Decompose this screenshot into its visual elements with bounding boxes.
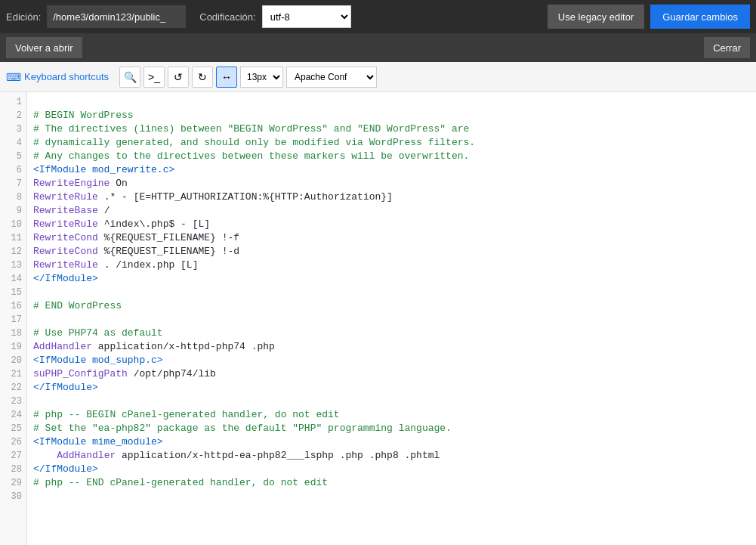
line-numbers: 1234567891011121314151617181920212223242… [0,92,27,545]
line-number: 3 [0,122,26,136]
path-input[interactable] [47,5,186,28]
code-line: <IfModule mime_module> [33,435,750,449]
code-line: RewriteEngine On [33,177,750,190]
language-select[interactable]: Apache Conf CSS HTML JavaScript PHP Pyth… [286,67,377,88]
line-number: 28 [0,463,26,476]
edicion-label: Edición: [6,11,41,23]
wrap-icon: ↔ [221,71,232,83]
code-line: # Set the "ea-php82" package as the defa… [33,422,750,435]
back-button[interactable]: Volver a abrir [6,37,82,58]
code-line: RewriteCond %{REQUEST_FILENAME} !-d [33,245,750,259]
undo-button[interactable]: ↺ [168,67,189,88]
keyboard-icon: ⌨ [6,71,21,83]
code-line: <IfModule mod_rewrite.c> [33,163,750,177]
code-line: RewriteCond %{REQUEST_FILENAME} !-f [33,231,750,245]
line-number: 15 [0,286,26,299]
code-line [33,313,750,327]
line-number: 24 [0,408,26,422]
line-number: 17 [0,313,26,327]
code-line: # php -- END cPanel-generated handler, d… [33,476,750,490]
font-size-select[interactable]: 10px 11px 12px 13px 14px 16px 18px [240,67,283,88]
code-line: suPHP_ConfigPath /opt/php74/lib [33,367,750,381]
line-number: 6 [0,163,26,177]
code-line [33,395,750,408]
line-number: 22 [0,381,26,395]
line-number: 12 [0,245,26,259]
save-button[interactable]: Guardar cambios [650,5,750,29]
code-line: # php -- BEGIN cPanel-generated handler,… [33,408,750,422]
line-number: 30 [0,490,26,503]
terminal-button[interactable]: >_ [143,67,165,88]
line-number: 27 [0,449,26,463]
line-number: 19 [0,340,26,354]
encoding-select[interactable]: utf-8 iso-8859-1 windows-1252 [262,5,351,28]
code-line: RewriteBase / [33,204,750,218]
line-number: 18 [0,327,26,340]
second-toolbar: Volver a abrir Cerrar [0,33,756,62]
legacy-editor-button[interactable]: Use legacy editor [548,5,644,29]
search-icon: 🔍 [124,71,137,83]
code-line: </IfModule> [33,272,750,286]
code-line [33,95,750,109]
line-number: 5 [0,150,26,163]
line-number: 7 [0,177,26,190]
line-number: 21 [0,367,26,381]
code-line: AddHandler application/x-httpd-ea-php82_… [33,449,750,463]
keyboard-shortcuts-link[interactable]: ⌨ Keyboard shortcuts [6,71,109,83]
code-line [33,490,750,503]
code-line: RewriteRule . /index.php [L] [33,259,750,272]
line-number: 10 [0,218,26,231]
line-number: 9 [0,204,26,218]
line-number: 29 [0,476,26,490]
line-number: 14 [0,272,26,286]
code-line: <IfModule mod_suphp.c> [33,354,750,367]
code-content[interactable]: # BEGIN WordPress# The directives (lines… [27,92,756,545]
codificacion-label: Codificación: [199,11,255,23]
line-number: 26 [0,435,26,449]
code-line: # The directives (lines) between "BEGIN … [33,122,750,136]
search-button[interactable]: 🔍 [119,67,140,88]
code-line: # Use PHP74 as default [33,327,750,340]
undo-icon: ↺ [174,71,183,83]
line-number: 13 [0,259,26,272]
line-number: 2 [0,109,26,122]
code-line: # END WordPress [33,299,750,313]
keyboard-shortcuts-label: Keyboard shortcuts [24,71,109,82]
code-line: # BEGIN WordPress [33,109,750,122]
wrap-button[interactable]: ↔ [216,67,237,88]
line-number: 23 [0,395,26,408]
close-button[interactable]: Cerrar [704,37,750,58]
redo-icon: ↻ [198,71,207,83]
line-number: 4 [0,136,26,150]
line-number: 20 [0,354,26,367]
line-number: 16 [0,299,26,313]
code-line: RewriteRule ^index\.php$ - [L] [33,218,750,231]
code-line: </IfModule> [33,463,750,476]
editor-area: 1234567891011121314151617181920212223242… [0,92,756,545]
top-toolbar: Edición: Codificación: utf-8 iso-8859-1 … [0,0,756,33]
code-line: AddHandler application/x-httpd-php74 .ph… [33,340,750,354]
editor-toolbar: ⌨ Keyboard shortcuts 🔍 >_ ↺ ↻ ↔ 10px 11p… [0,62,756,92]
code-line: # dynamically generated, and should only… [33,136,750,150]
line-number: 1 [0,95,26,109]
redo-button[interactable]: ↻ [192,67,213,88]
terminal-icon: >_ [148,71,160,83]
code-line: # Any changes to the directives between … [33,150,750,163]
line-number: 11 [0,231,26,245]
code-line [33,286,750,299]
code-line: </IfModule> [33,381,750,395]
line-number: 8 [0,190,26,204]
code-line: RewriteRule .* - [E=HTTP_AUTHORIZATION:%… [33,190,750,204]
line-number: 25 [0,422,26,435]
